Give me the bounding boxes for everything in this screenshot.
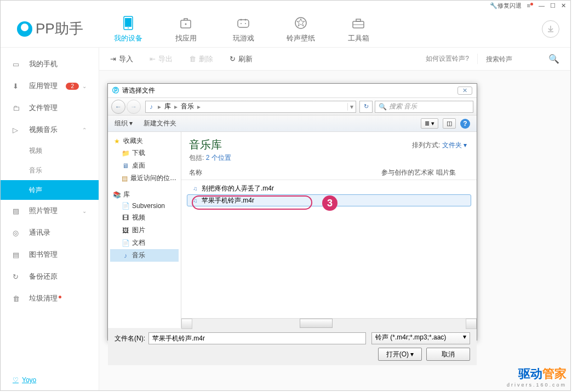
dialog-close-button[interactable]: ✕ [457,87,472,95]
search-icon[interactable]: 🔍 [548,54,559,64]
repair-link[interactable]: 🔧 修复闪退 [490,2,522,10]
badge: 2 [66,83,79,90]
column-headers[interactable]: 名称 参与创作的艺术家 唱片集 [181,166,477,180]
chevron-down-icon: ⌄ [82,208,87,214]
audio-icon: ♫ [191,197,199,204]
tree-video[interactable]: 🎞视频 [110,211,179,224]
sidebar-files[interactable]: 🗀文件管理 [1,97,99,119]
tree-downloads[interactable]: 📁下载 [110,147,179,159]
delete-button[interactable]: 🗑删除 [189,54,213,64]
download-button[interactable] [542,20,559,38]
search-input[interactable] [486,55,546,63]
svg-rect-5 [238,20,249,27]
close-button[interactable]: ✕ [561,2,566,9]
svg-point-2 [128,27,129,28]
cancel-button[interactable]: 取消 [426,348,470,361]
search-box[interactable]: 🔍 [477,54,559,64]
chevron-up-icon: ⌃ [82,127,87,133]
folder-icon: 📁 [121,149,130,157]
tree-library[interactable]: 📚库 [110,189,179,200]
picture-icon: 🖼 [121,227,130,234]
export-icon: ⇤ [150,55,156,63]
nav-my-device[interactable]: 我的设备 [100,15,157,43]
tree-documents[interactable]: 📄文档 [110,237,179,249]
back-button[interactable]: ← [111,100,125,114]
tree-subversion[interactable]: 📄Subversion [110,200,179,211]
svg-point-9 [245,23,246,24]
app-logo: PP助手 [1,19,100,38]
col-artist[interactable]: 参与创作的艺术家 [381,168,436,177]
library-subtitle: 包括: 2 个位置 [189,153,469,163]
sidebar-media[interactable]: ▷视频音乐⌃ [1,119,99,141]
sidebar-apps[interactable]: ⬇应用管理2⌄ [1,75,99,97]
toolbar: ⇥导入 ⇤导出 🗑删除 ↻刷新 如何设置铃声? 🔍 [99,48,570,71]
forward-button[interactable]: → [127,100,141,114]
image-icon: ▨ [13,207,22,215]
breadcrumb-library[interactable]: 库 [162,102,173,111]
trash-icon: 🗑 [13,295,22,303]
filename-input[interactable] [148,332,366,344]
col-album[interactable]: 唱片集 [436,168,469,177]
sidebar-books[interactable]: ▤图书管理 [1,244,99,266]
svg-rect-1 [125,18,131,27]
sidebar-my-phone[interactable]: ▭我的手机 [1,53,99,75]
top-nav: PP助手 我的设备 找应用 玩游戏 铃声壁纸 工具箱 [1,10,570,48]
sidebar-cleanup[interactable]: 🗑垃圾清理 [1,287,99,309]
play-icon: ▷ [13,126,22,134]
preview-pane-button[interactable]: ◫ [443,118,456,129]
open-button[interactable]: 打开(O) ▾ [378,348,422,361]
dialog-nav: ← → ♪ ▸ 库 ▸ 音乐 ▸ ▾ ↻ 🔍 搜索 音乐 [108,98,477,116]
yoyo-link[interactable]: Yoyo [13,376,36,384]
tree-favorites[interactable]: ★收藏夹 [110,135,179,147]
breadcrumb-dropdown[interactable]: ▾ [347,103,356,111]
recent-icon: ▤ [121,175,128,182]
help-icon[interactable]: ? [460,119,470,129]
tree-desktop[interactable]: 🖥桌面 [110,159,179,172]
breadcrumb-music[interactable]: 音乐 [179,102,196,111]
dialog-toolbar: 组织 ▾ 新建文件夹 ≣ ▾ ◫ ? [108,116,477,132]
folder-icon: 🗀 [13,104,22,112]
import-button[interactable]: ⇥导入 [110,54,133,64]
tree-recent[interactable]: ▤最近访问的位… [110,172,179,185]
book-icon: ▤ [13,251,22,259]
desktop-icon: 🖥 [121,162,130,170]
nav-refresh-button[interactable]: ↻ [359,101,373,113]
filetype-select[interactable]: 铃声 (*.m4r;*.mp3;*.aac) ▾ [371,332,470,344]
organize-button[interactable]: 组织 ▾ [115,119,133,128]
nav-games[interactable]: 玩游戏 [215,15,272,43]
sidebar-contacts[interactable]: ◎通讯录 [1,222,99,244]
export-button[interactable]: ⇤导出 [150,54,173,64]
dialog-search[interactable]: 🔍 搜索 音乐 [375,101,473,113]
sidebar-sub-video[interactable]: 视频 [1,141,99,160]
new-folder-button[interactable]: 新建文件夹 [144,119,176,128]
tree-music[interactable]: ♪音乐 [110,249,179,262]
callout-badge: 3 [322,195,338,211]
nav-apps[interactable]: 找应用 [157,15,215,43]
video-icon: 🎞 [121,214,130,222]
tree-pictures[interactable]: 🖼图片 [110,224,179,237]
sidebar-backup[interactable]: ↻备份还原 [1,266,99,287]
help-link[interactable]: 如何设置铃声? [426,54,469,64]
svg-point-4 [185,23,187,25]
maximize-button[interactable]: ☐ [550,2,556,9]
dialog-footer: 文件名(N): 铃声 (*.m4r;*.mp3;*.aac) ▾ 打开(O) ▾… [108,328,477,365]
doc-icon: 📄 [121,202,130,210]
sidebar-sub-ringtone[interactable]: 铃声 [1,180,99,200]
file-area: 音乐库 包括: 2 个位置 排列方式: 文件夹 ▾ 名称 参与创作的艺术家 唱片… [181,132,477,328]
minimize-button[interactable]: — [539,2,545,9]
nav-ringtones[interactable]: 铃声壁纸 [272,15,330,43]
sort-by[interactable]: 排列方式: 文件夹 ▾ [412,141,467,150]
dialog-title: 请选择文件 [122,86,155,95]
file-row[interactable]: ♫别把疼你的人弄丢了.m4r [187,182,471,194]
nav-tools[interactable]: 工具箱 [330,15,387,43]
breadcrumb[interactable]: ♪ ▸ 库 ▸ 音乐 ▸ ▾ [145,101,356,113]
menu-button[interactable]: ≡ [527,2,533,9]
col-name[interactable]: 名称 [189,168,381,177]
svg-point-7 [245,19,247,20]
logo-icon [17,21,32,37]
refresh-button[interactable]: ↻刷新 [230,54,253,64]
sidebar-sub-music[interactable]: 音乐 [1,160,99,180]
sidebar-photos[interactable]: ▨照片管理⌄ [1,200,99,222]
view-mode-button[interactable]: ≣ ▾ [421,118,438,129]
horizontal-scrollbar[interactable] [181,318,477,328]
